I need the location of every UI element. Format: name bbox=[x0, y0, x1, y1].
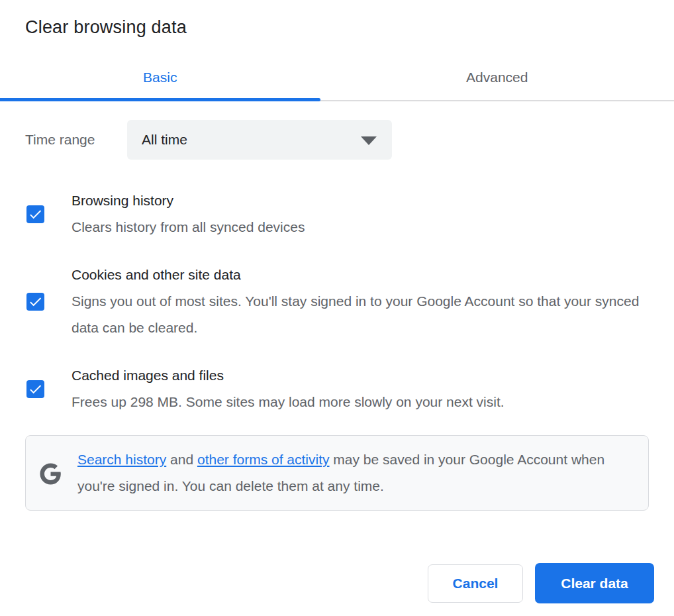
cancel-button[interactable]: Cancel bbox=[428, 564, 523, 603]
chevron-down-icon bbox=[361, 136, 377, 145]
notice-conjunction: and bbox=[166, 452, 197, 467]
notice-text: Search history and other forms of activi… bbox=[77, 446, 631, 499]
option-text: Browsing history Clears history from all… bbox=[72, 187, 305, 240]
clear-data-button[interactable]: Clear data bbox=[535, 563, 654, 603]
google-g-icon bbox=[39, 462, 62, 486]
google-account-notice: Search history and other forms of activi… bbox=[25, 435, 649, 511]
option-text: Cookies and other site data Signs you ou… bbox=[72, 262, 649, 341]
time-range-label: Time range bbox=[25, 120, 95, 160]
search-history-link[interactable]: Search history bbox=[77, 452, 166, 467]
time-range-row: Time range All time bbox=[25, 120, 649, 160]
option-description: Clears history from all synced devices bbox=[72, 214, 305, 240]
tab-advanced[interactable]: Advanced bbox=[320, 57, 674, 101]
option-title: Browsing history bbox=[72, 187, 305, 214]
checkmark-icon bbox=[28, 294, 43, 309]
time-range-value: All time bbox=[142, 132, 187, 148]
option-text: Cached images and files Frees up 298 MB.… bbox=[72, 362, 505, 415]
option-title: Cached images and files bbox=[72, 362, 505, 389]
time-range-select[interactable]: All time bbox=[127, 120, 392, 160]
option-title: Cookies and other site data bbox=[72, 262, 649, 288]
checkmark-icon bbox=[28, 382, 43, 397]
checkbox-cached-images[interactable] bbox=[26, 380, 44, 398]
clear-browsing-data-dialog: Clear browsing data Basic Advanced Time … bbox=[0, 0, 674, 616]
page-title: Clear browsing data bbox=[25, 17, 187, 38]
checkbox-browsing-history[interactable] bbox=[26, 205, 44, 223]
active-tab-indicator bbox=[0, 98, 320, 101]
option-row-browsing-history: Browsing history Clears history from all… bbox=[26, 187, 649, 240]
checkbox-cookies[interactable] bbox=[26, 293, 44, 311]
tab-bar: Basic Advanced bbox=[0, 57, 674, 101]
other-activity-link[interactable]: other forms of activity bbox=[197, 452, 330, 467]
option-row-cached-images: Cached images and files Frees up 298 MB.… bbox=[26, 362, 649, 415]
option-row-cookies: Cookies and other site data Signs you ou… bbox=[26, 262, 649, 341]
option-description: Frees up 298 MB. Some sites may load mor… bbox=[72, 389, 505, 415]
tab-basic[interactable]: Basic bbox=[0, 57, 320, 101]
option-description: Signs you out of most sites. You'll stay… bbox=[72, 288, 649, 341]
checkmark-icon bbox=[28, 207, 43, 222]
